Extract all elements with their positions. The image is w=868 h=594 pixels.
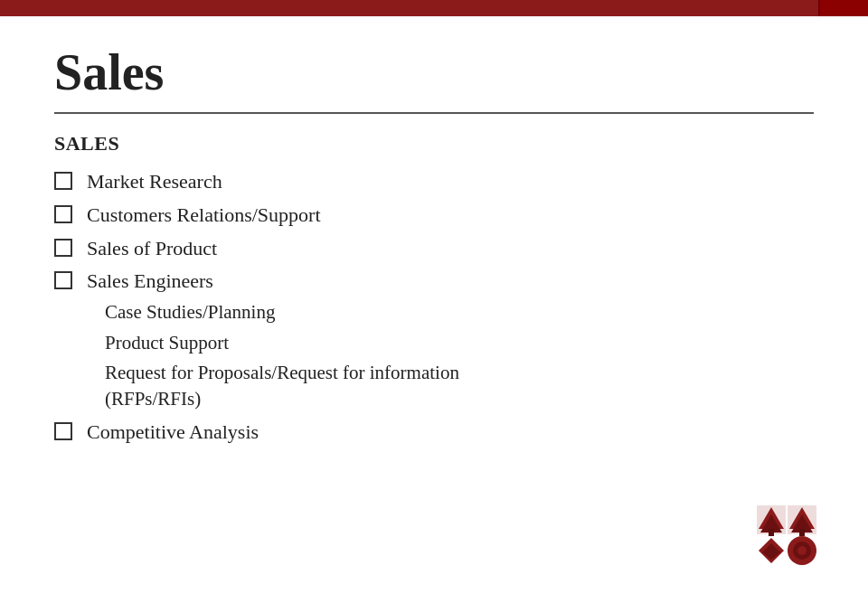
logo — [755, 504, 818, 567]
sub-bullet-list: Case Studies/Planning Product Support Re… — [54, 299, 459, 386]
rfp-label: (RFPs/RFIs) — [54, 386, 201, 412]
slide: Sales SALES Market Research Customers Re… — [0, 0, 868, 594]
checkbox-icon — [54, 422, 72, 440]
slide-content: Sales SALES Market Research Customers Re… — [0, 16, 868, 594]
bullet-label: Competitive Analysis — [87, 419, 259, 447]
top-bar-stripe — [0, 0, 818, 16]
checkbox-icon — [54, 172, 72, 190]
list-item: Customers Relations/Support — [54, 202, 814, 230]
list-item: Competitive Analysis — [54, 419, 814, 447]
svg-rect-8 — [799, 529, 805, 536]
top-corner-box — [818, 0, 868, 16]
list-item: Sales of Product — [54, 235, 814, 263]
checkbox-icon — [54, 271, 72, 289]
bullet-label: Sales of Product — [87, 235, 217, 263]
list-item: Market Research — [54, 168, 814, 196]
sub-list-item: Request for Proposals/Request for inform… — [54, 360, 459, 386]
main-bullet-list: Market Research Customers Relations/Supp… — [54, 168, 814, 447]
sub-list-item: Product Support — [54, 330, 459, 356]
logo-svg — [755, 504, 818, 567]
svg-point-13 — [797, 546, 807, 555]
bullet-label: Market Research — [87, 168, 222, 196]
svg-rect-5 — [769, 529, 774, 536]
bullet-label: Customers Relations/Support — [87, 202, 321, 230]
checkbox-icon — [54, 205, 72, 223]
bullet-label: Sales Engineers — [87, 268, 213, 296]
slide-title: Sales — [54, 43, 814, 101]
checkbox-icon — [54, 239, 72, 257]
list-item: Sales Engineers Case Studies/Planning Pr… — [54, 268, 814, 412]
section-header: SALES — [54, 132, 814, 156]
title-divider — [54, 112, 814, 114]
sub-list-item: Case Studies/Planning — [54, 299, 459, 325]
top-bar — [0, 0, 868, 16]
